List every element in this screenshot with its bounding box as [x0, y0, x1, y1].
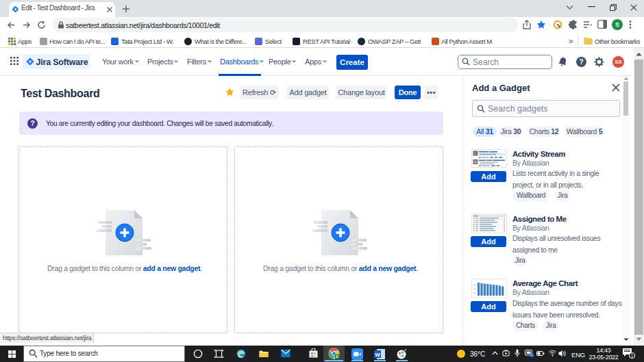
svg-text:1: 1 — [631, 353, 634, 358]
svg-text:S: S — [336, 354, 338, 359]
svg-text:W: W — [375, 352, 380, 358]
